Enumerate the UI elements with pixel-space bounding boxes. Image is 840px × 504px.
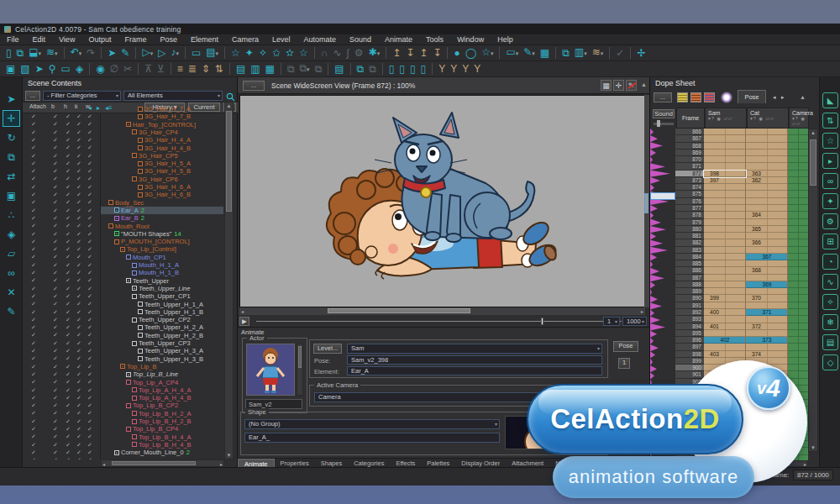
tree-item[interactable]: 3G_Hair_H_6_B bbox=[101, 191, 191, 198]
tree-item[interactable]: 3G_Hair_CP6 bbox=[101, 176, 178, 183]
actor-thumbnail[interactable] bbox=[246, 344, 295, 396]
attach-checkbox[interactable]: ✓ bbox=[87, 364, 92, 370]
camera-cell[interactable] bbox=[788, 344, 808, 350]
attach-checkbox[interactable]: ✓ bbox=[66, 246, 71, 253]
attach-checkbox[interactable]: ✓ bbox=[66, 176, 71, 182]
attach-checkbox[interactable]: ✓ bbox=[53, 348, 58, 354]
cat-key-cell[interactable] bbox=[746, 233, 788, 239]
camera-cell[interactable] bbox=[788, 129, 808, 135]
attach-checkbox[interactable]: ✓ bbox=[76, 410, 81, 417]
tree-item-box-icon[interactable] bbox=[138, 333, 143, 338]
gears-icon[interactable]: ⚙ bbox=[822, 213, 838, 229]
attach-checkbox[interactable]: ✓ bbox=[31, 262, 36, 269]
curve-panel-icon[interactable]: ∿ bbox=[822, 274, 838, 290]
attach-checkbox[interactable]: ✓ bbox=[66, 129, 71, 136]
frame-number-cell[interactable]: 873 bbox=[675, 177, 704, 184]
attach-checkbox[interactable]: ✓ bbox=[66, 239, 71, 245]
menu-animate[interactable]: Animate bbox=[378, 35, 419, 44]
sam-key-cell[interactable] bbox=[704, 239, 746, 246]
sam-key-cell[interactable] bbox=[704, 226, 746, 233]
rotate-tool-icon[interactable]: ↻ bbox=[3, 129, 20, 146]
dope-scroll-up-icon[interactable]: ▲ bbox=[800, 94, 806, 100]
attach-checkbox[interactable]: ✓ bbox=[53, 113, 58, 120]
camera-cell[interactable] bbox=[788, 205, 808, 212]
tree-item[interactable]: 3G_Hair_H_7_A bbox=[101, 105, 191, 113]
sam-key-cell[interactable] bbox=[704, 254, 746, 260]
attach-checkbox[interactable]: ✓ bbox=[87, 324, 92, 331]
camera-cell[interactable] bbox=[788, 184, 808, 191]
attach-checkbox[interactable]: ✓ bbox=[76, 387, 81, 394]
menu-view[interactable]: View bbox=[52, 35, 81, 44]
camera-cell[interactable] bbox=[788, 400, 808, 407]
attach-checkbox[interactable]: ✓ bbox=[87, 426, 92, 433]
clip-run-icon[interactable]: ⧉ bbox=[354, 62, 367, 76]
attach-checkbox[interactable]: ✓ bbox=[76, 324, 81, 331]
attach-checkbox[interactable]: ✓ bbox=[76, 457, 81, 459]
attach-checkbox[interactable]: ✓ bbox=[31, 433, 36, 440]
cat-key-cell[interactable] bbox=[746, 420, 788, 427]
element-field[interactable]: Ear_A bbox=[347, 366, 602, 375]
tree-item-box-icon[interactable] bbox=[138, 169, 143, 174]
attach-checkbox[interactable]: ✓ bbox=[53, 418, 58, 425]
sam-key-cell[interactable]: 400 bbox=[704, 309, 746, 316]
attach-checkbox[interactable]: ✓ bbox=[66, 184, 71, 191]
dope-vertical-scrollbar[interactable]: ▲ ▼ bbox=[808, 129, 818, 452]
tree-item-box-icon[interactable] bbox=[132, 153, 137, 158]
cat-key-cell[interactable] bbox=[746, 365, 788, 371]
clip-copy-icon[interactable]: ⧉ bbox=[366, 62, 379, 76]
cat-key-cell[interactable] bbox=[746, 260, 788, 267]
key-4-icon[interactable]: Y bbox=[471, 62, 483, 76]
sam-key-cell[interactable] bbox=[704, 365, 746, 371]
attach-checkbox[interactable]: ✓ bbox=[76, 239, 81, 245]
camera-cell[interactable] bbox=[788, 448, 808, 454]
attach-checkbox[interactable]: ✓ bbox=[87, 449, 92, 456]
attach-checkbox[interactable]: ✓ bbox=[76, 199, 81, 206]
attach-checkbox[interactable]: ✓ bbox=[87, 231, 92, 238]
camera-cell[interactable] bbox=[788, 379, 808, 386]
cat-key-cell[interactable]: 371 bbox=[746, 309, 788, 316]
menu-pose[interactable]: Pose bbox=[153, 35, 184, 44]
camera-cell[interactable] bbox=[788, 163, 808, 170]
pose-count-button[interactable]: 1 bbox=[618, 358, 630, 369]
attach-checkbox[interactable]: ✓ bbox=[53, 144, 58, 151]
sam-key-cell[interactable] bbox=[704, 275, 746, 281]
lower-icon[interactable]: ↧ bbox=[430, 46, 444, 60]
sound-button[interactable]: Sound bbox=[653, 109, 675, 118]
menu-tools[interactable]: Tools bbox=[419, 35, 450, 44]
shape-thumbnail[interactable] bbox=[505, 416, 574, 449]
scene-menu-button[interactable]: ... bbox=[25, 91, 40, 101]
frame-number-cell[interactable]: 897 bbox=[675, 344, 704, 350]
attach-checkbox[interactable]: ✓ bbox=[76, 293, 81, 300]
points-tool-icon[interactable]: ∴ bbox=[3, 207, 20, 223]
attach-checkbox[interactable]: ✓ bbox=[87, 199, 92, 206]
tree-item[interactable]: Top_Lip_B_H_4_B bbox=[101, 441, 192, 449]
cat-key-cell[interactable] bbox=[746, 407, 788, 413]
doc-save-icon[interactable]: ▦ bbox=[263, 62, 277, 76]
new-file-icon[interactable]: ▯ bbox=[3, 46, 14, 60]
frame-number-cell[interactable]: 906 bbox=[675, 407, 704, 413]
lock-up-icon[interactable]: ⊻ bbox=[155, 62, 167, 76]
cat-key-cell[interactable]: 374 bbox=[746, 351, 788, 358]
frame-number-cell[interactable]: 899 bbox=[675, 358, 704, 365]
frame-number-cell[interactable]: 901 bbox=[675, 371, 704, 378]
cat-key-cell[interactable]: 364 bbox=[746, 212, 788, 218]
star-key-icon[interactable]: ✧ bbox=[256, 46, 270, 60]
tree-item-box-icon[interactable] bbox=[132, 263, 137, 268]
attach-checkbox[interactable]: ✓ bbox=[87, 293, 92, 300]
attach-checkbox[interactable]: ✓ bbox=[66, 410, 71, 417]
attach-checkbox[interactable]: ✓ bbox=[53, 254, 58, 260]
cat-key-cell[interactable] bbox=[746, 129, 788, 135]
star-list-icon[interactable]: ✩ bbox=[270, 46, 283, 60]
arc-icon[interactable]: ∩ bbox=[318, 46, 331, 60]
tree-item[interactable]: •Hair_Top_[CONTROL] bbox=[101, 121, 196, 129]
level-dropdown[interactable]: Sam▾ bbox=[347, 344, 602, 354]
attach-checkbox[interactable]: ✓ bbox=[76, 402, 81, 409]
play-camera-icon[interactable]: ▷▾ bbox=[139, 45, 155, 60]
sam-key-cell[interactable] bbox=[704, 281, 746, 288]
tree-item-box-icon[interactable] bbox=[138, 309, 143, 314]
attach-checkbox[interactable]: ✓ bbox=[76, 379, 81, 386]
tree-item[interactable]: Teeth_Upper_H_1_A bbox=[101, 301, 203, 308]
timeline-start-dropdown[interactable]: 1▾ bbox=[603, 317, 620, 326]
scroll-right-icon[interactable]: ▸ bbox=[641, 308, 643, 315]
camera-cell[interactable] bbox=[788, 428, 808, 434]
